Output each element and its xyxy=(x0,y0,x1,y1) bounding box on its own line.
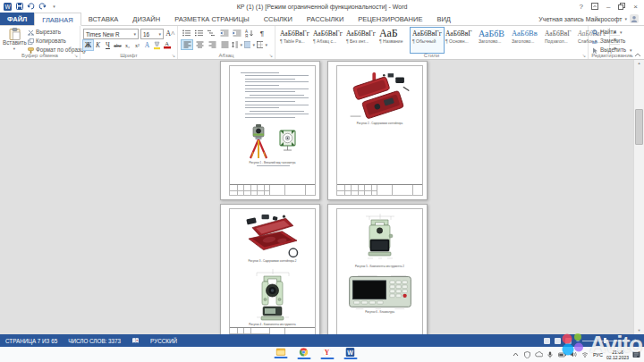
tray-network-icon[interactable] xyxy=(581,350,589,358)
ribbon-display-options-icon[interactable] xyxy=(591,3,598,10)
style-card-body-text[interactable]: АаБбВвГ ¶ Основн... xyxy=(444,28,477,53)
account-menu[interactable]: Учетная запись Майкрософт ▾ xyxy=(538,13,644,25)
superscript-button[interactable]: x² xyxy=(132,40,142,50)
minimize-icon[interactable]: – xyxy=(606,3,610,11)
style-card-title[interactable]: АаБ ¶ Название xyxy=(377,28,411,53)
grow-font-icon[interactable]: А˄ xyxy=(165,29,175,38)
paste-button[interactable]: Вставить ▾ xyxy=(3,28,26,52)
tab-file[interactable]: ФАЙЛ xyxy=(0,13,34,25)
decrease-indent-icon[interactable] xyxy=(219,29,230,38)
align-left-icon[interactable] xyxy=(182,40,192,49)
strikethrough-button[interactable]: abc xyxy=(113,40,123,50)
tab-home[interactable]: ГЛАВНАЯ xyxy=(34,13,80,26)
align-center-icon[interactable] xyxy=(194,40,205,49)
increase-indent-icon[interactable] xyxy=(232,29,242,38)
italic-button[interactable]: К xyxy=(93,40,103,50)
close-icon[interactable]: × xyxy=(633,3,638,11)
language-indicator[interactable]: РУССКИЙ xyxy=(145,334,182,347)
zoom-knob[interactable] xyxy=(604,338,606,343)
collapse-ribbon-icon[interactable] xyxy=(634,53,641,57)
taskbar-file-explorer[interactable] xyxy=(273,348,287,359)
tab-insert[interactable]: ВСТАВКА xyxy=(81,13,126,25)
page-indicator[interactable]: СТРАНИЦА 7 ИЗ 65 xyxy=(0,334,63,347)
restore-icon[interactable] xyxy=(618,3,625,10)
styles-dialog-launcher-icon[interactable]: ↘ xyxy=(582,54,586,58)
editing-dialog-launcher-icon[interactable]: ↘ xyxy=(630,54,633,58)
taskbar-chrome[interactable] xyxy=(296,348,310,359)
scrollbar-thumb[interactable] xyxy=(635,109,643,145)
scroll-up-icon[interactable]: ▲ xyxy=(634,59,644,67)
redo-icon[interactable] xyxy=(38,3,47,11)
word-count[interactable]: ЧИСЛО СЛОВ: 3373 xyxy=(63,334,126,347)
vertical-scrollbar[interactable]: ▲ ▼ xyxy=(633,59,644,334)
clipboard-dialog-launcher-icon[interactable]: ↘ xyxy=(74,54,78,58)
tray-clock[interactable]: 21:06 02.12.2023 xyxy=(606,349,629,360)
tray-speaker-icon[interactable] xyxy=(570,350,578,358)
zoom-out-icon[interactable]: − xyxy=(576,338,580,344)
style-card-heading1[interactable]: АаБбВ Заголово... xyxy=(477,28,510,53)
show-paragraph-marks-icon[interactable]: ¶ xyxy=(257,29,267,38)
tab-references[interactable]: ССЫЛКИ xyxy=(257,13,300,25)
highlight-button[interactable] xyxy=(152,40,162,50)
style-card-normal[interactable]: АаБбВвГг ¶ Обычный xyxy=(411,28,444,53)
print-layout-icon[interactable] xyxy=(555,338,561,344)
zoom-in-icon[interactable]: + xyxy=(633,338,637,344)
shading-icon[interactable]: ▾ xyxy=(244,40,255,49)
undo-icon[interactable] xyxy=(27,3,35,11)
copy-button[interactable]: Копировать xyxy=(28,38,86,45)
replace-icon: ab xyxy=(592,38,598,45)
zoom-slider[interactable]: − + xyxy=(576,338,637,344)
subscript-button[interactable]: x₂ xyxy=(123,40,132,50)
scroll-down-icon[interactable]: ▼ xyxy=(634,326,644,334)
tray-shield-icon[interactable] xyxy=(523,350,531,358)
read-mode-icon[interactable] xyxy=(544,338,550,344)
tray-microphone-icon[interactable] xyxy=(547,350,555,358)
figure-2 xyxy=(337,72,422,122)
replace-button[interactable]: ab Заменить xyxy=(592,38,632,45)
save-icon[interactable] xyxy=(15,3,23,11)
underline-button[interactable]: Ч xyxy=(103,40,113,50)
style-card-subtitle[interactable]: АаБбВвГ Подзагол... xyxy=(543,28,576,53)
tray-language[interactable]: РУС xyxy=(593,352,603,358)
line-spacing-icon[interactable]: ▾ xyxy=(232,40,242,49)
sort-icon[interactable]: АЯ xyxy=(244,29,255,38)
ribbon: Вставить ▾ Вырезать Копировать Формат по… xyxy=(0,26,644,60)
align-right-icon[interactable] xyxy=(207,40,217,49)
web-layout-icon[interactable] xyxy=(565,338,572,344)
proofing-status[interactable] xyxy=(126,334,145,347)
tray-cloud-icon[interactable] xyxy=(535,350,543,358)
taskbar-yandex[interactable]: Y xyxy=(319,348,334,359)
tab-review[interactable]: РЕЦЕНЗИРОВАНИЕ xyxy=(351,13,429,25)
multilevel-list-icon[interactable] xyxy=(207,29,217,38)
style-card-heading2[interactable]: АаБбВв Заголово... xyxy=(510,28,543,53)
tab-mailings[interactable]: РАССЫЛКИ xyxy=(300,13,352,25)
tab-view[interactable]: ВИД xyxy=(429,13,457,25)
paragraph-dialog-launcher-icon[interactable]: ↘ xyxy=(269,54,273,58)
taskbar-word[interactable]: W xyxy=(343,348,357,359)
cut-button[interactable]: Вырезать xyxy=(28,29,86,36)
tab-design[interactable]: ДИЗАЙН xyxy=(125,13,167,25)
font-family-combo[interactable]: Times New R▾ xyxy=(83,29,139,39)
document-canvas[interactable]: Рисунок 1 - Внешний вид тахеометра xyxy=(0,59,644,334)
tray-chevron-icon[interactable] xyxy=(512,350,520,358)
font-dialog-launcher-icon[interactable]: ↘ xyxy=(172,54,175,58)
style-card-list-paragraph[interactable]: АаБбВвГг ¶ Абзац с... xyxy=(311,28,344,53)
style-card-table-paragraph[interactable]: АаБбВвГг ¶ Table Pa... xyxy=(278,28,311,53)
bold-button[interactable]: Ж xyxy=(83,40,93,50)
tab-page-layout[interactable]: РАЗМЕТКА СТРАНИЦЫ xyxy=(167,13,256,25)
page4-drawing-frame: Рисунок 5 - Компоненты инструмента 2 xyxy=(336,208,423,334)
action-center-icon[interactable] xyxy=(632,350,640,358)
borders-icon[interactable]: ▾ xyxy=(257,40,267,49)
find-button[interactable]: Найти▾ xyxy=(592,29,632,36)
numbering-icon[interactable] xyxy=(194,29,205,38)
bullets-icon[interactable] xyxy=(182,29,192,38)
tray-battery-icon[interactable] xyxy=(558,350,566,358)
text-effects-button[interactable]: А xyxy=(142,40,152,50)
font-color-button[interactable]: А xyxy=(162,40,172,50)
font-size-combo[interactable]: 16▾ xyxy=(140,29,164,39)
justify-icon[interactable] xyxy=(219,40,230,49)
figure-1 xyxy=(230,122,315,161)
qat-customize-chevron-icon[interactable]: ▾ xyxy=(50,3,58,11)
help-icon[interactable]: ? xyxy=(579,3,582,11)
style-card-no-spacing[interactable]: АаБбВвГг ¶ Без инт... xyxy=(344,28,377,53)
